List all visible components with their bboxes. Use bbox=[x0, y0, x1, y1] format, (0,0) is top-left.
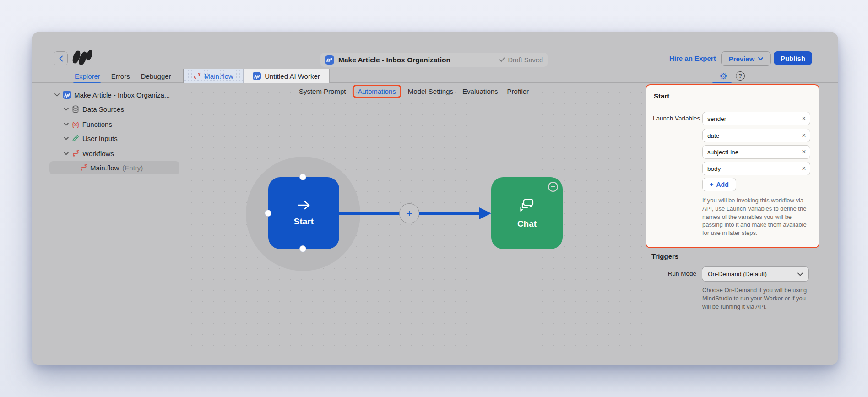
mindstudio-logo-icon bbox=[72, 48, 96, 66]
app-window: Make Article - Inbox Organization Draft … bbox=[32, 32, 838, 365]
launch-variables-help-text: If you will be invoking this workflow vi… bbox=[702, 196, 812, 237]
file-tab-mainflow-label: Main.flow bbox=[204, 72, 233, 80]
hire-an-expert-link[interactable]: Hire an Expert bbox=[669, 54, 716, 62]
subtab-system-prompt[interactable]: System Prompt bbox=[299, 87, 346, 95]
start-node-label: Start bbox=[294, 217, 314, 227]
file-tab-worker-label: Untitled AI Worker bbox=[265, 72, 320, 80]
tree-item-label: Data Sources bbox=[82, 105, 124, 113]
tab-explorer[interactable]: Explorer bbox=[75, 72, 100, 80]
run-mode-select[interactable]: On-Demand (Default) bbox=[702, 266, 809, 282]
workflow-icon bbox=[193, 72, 201, 80]
tree-item-label: Workflows bbox=[82, 150, 114, 158]
triggers-section-title: Triggers bbox=[651, 252, 678, 260]
chevron-down-icon bbox=[758, 57, 763, 60]
tutorial-highlight-automations: Automations bbox=[352, 85, 401, 98]
subtab-evaluations[interactable]: Evaluations bbox=[462, 87, 498, 95]
subtab-model-settings[interactable]: Model Settings bbox=[408, 87, 453, 95]
clear-variable-icon[interactable]: × bbox=[799, 162, 808, 175]
tree-entry-label: Main.flow bbox=[90, 164, 119, 172]
collapse-minus-icon[interactable] bbox=[548, 182, 558, 192]
preview-button[interactable]: Preview bbox=[721, 51, 771, 66]
tutorial-highlight-start-panel: Start Launch Variables × × × × + Add If … bbox=[646, 84, 819, 248]
settings-gear-icon[interactable]: ⚙ bbox=[717, 70, 729, 82]
run-mode-label: Run Mode bbox=[645, 270, 696, 277]
tree-item-mainflow-entry[interactable]: Main.flow (Entry) bbox=[80, 162, 143, 174]
chevron-down-icon bbox=[64, 123, 69, 126]
chevron-left-icon bbox=[59, 55, 63, 62]
preview-button-label: Preview bbox=[729, 55, 755, 63]
back-button[interactable] bbox=[54, 51, 68, 65]
clear-variable-icon[interactable]: × bbox=[799, 145, 808, 159]
chevron-down-icon bbox=[64, 137, 69, 140]
edge-arrowhead bbox=[479, 207, 491, 219]
tab-debugger[interactable]: Debugger bbox=[141, 72, 171, 80]
worker-app-icon bbox=[63, 91, 71, 99]
run-mode-help-text: Choose On-Demand if you will be using Mi… bbox=[702, 286, 815, 311]
tree-item-user-inputs[interactable]: User Inputs bbox=[64, 132, 118, 144]
function-icon: {x} bbox=[72, 121, 79, 128]
tree-item-workflows[interactable]: Workflows bbox=[64, 147, 114, 159]
launch-variable-input-sender[interactable] bbox=[702, 112, 810, 125]
add-step-connector-button[interactable]: + bbox=[399, 203, 419, 223]
add-variable-button[interactable]: + Add bbox=[702, 178, 736, 191]
workflow-icon bbox=[72, 150, 79, 157]
workflow-icon bbox=[80, 164, 87, 171]
file-tab-worker[interactable]: Untitled AI Worker bbox=[244, 69, 330, 83]
worker-app-icon bbox=[253, 72, 261, 80]
publish-button[interactable]: Publish bbox=[774, 51, 812, 65]
arrow-right-icon bbox=[297, 200, 311, 210]
tab-errors[interactable]: Errors bbox=[111, 72, 130, 80]
clear-variable-icon[interactable]: × bbox=[799, 112, 808, 125]
worker-app-icon bbox=[325, 55, 334, 65]
clear-variable-icon[interactable]: × bbox=[799, 129, 808, 142]
tree-root-label: Make Article - Inbox Organiza... bbox=[74, 91, 170, 99]
tree-item-data-sources[interactable]: Data Sources bbox=[64, 103, 124, 115]
page-title: Make Article - Inbox Organization bbox=[338, 56, 450, 64]
chevron-down-icon bbox=[797, 272, 803, 276]
help-question-icon[interactable]: ? bbox=[736, 71, 745, 81]
run-mode-value: On-Demand (Default) bbox=[708, 271, 767, 277]
tree-item-label: User Inputs bbox=[82, 135, 118, 142]
chevron-down-icon bbox=[64, 152, 69, 155]
file-tab-mainflow[interactable]: Main.flow bbox=[183, 69, 244, 83]
worker-title-pill[interactable]: Make Article - Inbox Organization Draft … bbox=[320, 53, 548, 67]
chat-node[interactable]: Chat bbox=[491, 177, 563, 249]
launch-variable-input-body[interactable] bbox=[702, 162, 810, 175]
pencil-edit-icon bbox=[72, 135, 79, 142]
draft-status: Draft Saved bbox=[499, 56, 543, 64]
tree-entry-suffix: (Entry) bbox=[122, 164, 143, 172]
launch-variable-input-subjectline[interactable] bbox=[702, 145, 810, 159]
start-handle-top[interactable] bbox=[299, 174, 306, 180]
check-icon bbox=[499, 57, 505, 62]
add-variable-label: Add bbox=[716, 181, 728, 188]
chevron-down-icon bbox=[64, 108, 69, 111]
tree-item-functions[interactable]: {x} Functions bbox=[64, 118, 112, 130]
inspector-panel: Start Launch Variables × × × × + Add If … bbox=[645, 83, 838, 348]
subtab-profiler[interactable]: Profiler bbox=[507, 87, 529, 95]
tree-item-label: Functions bbox=[82, 120, 112, 128]
workflow-subtabs: System Prompt Automations Model Settings… bbox=[299, 85, 529, 98]
plus-icon: + bbox=[710, 181, 713, 188]
chevron-down-icon bbox=[54, 93, 60, 97]
start-node[interactable]: Start bbox=[268, 177, 339, 249]
database-icon bbox=[72, 105, 79, 113]
chat-bubbles-icon bbox=[519, 198, 535, 212]
workflow-canvas[interactable]: System Prompt Automations Model Settings… bbox=[183, 83, 645, 348]
tree-root-row[interactable]: Make Article - Inbox Organiza... bbox=[54, 89, 170, 101]
subtab-automations[interactable]: Automations bbox=[358, 87, 396, 95]
tab-band: Explorer Errors Debugger Main.flow bbox=[32, 69, 838, 83]
launch-variable-input-date[interactable] bbox=[702, 129, 810, 142]
launch-variables-label: Launch Variables bbox=[653, 115, 700, 122]
screenshot-stage: Make Article - Inbox Organization Draft … bbox=[0, 0, 868, 397]
chat-node-label: Chat bbox=[517, 219, 537, 229]
start-handle-bottom[interactable] bbox=[299, 245, 306, 252]
inspector-title: Start bbox=[654, 92, 669, 100]
start-handle-left[interactable] bbox=[265, 210, 271, 217]
explorer-sidebar: Make Article - Inbox Organiza... Data So… bbox=[32, 83, 183, 348]
draft-status-text: Draft Saved bbox=[508, 56, 543, 64]
